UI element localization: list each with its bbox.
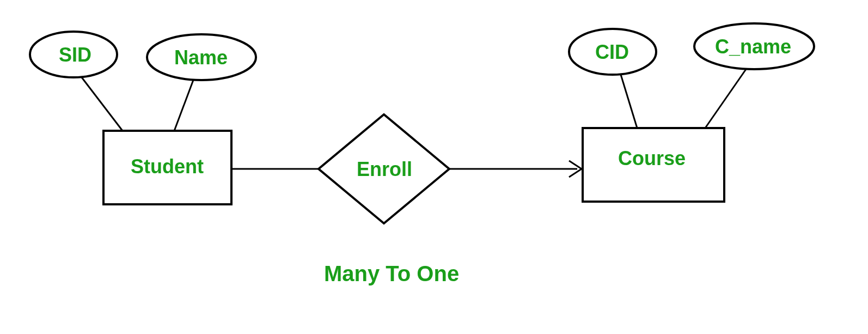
name-connector [174,80,193,131]
cname-label: C_name [715,35,791,58]
sid-label: SID [59,44,91,66]
cid-label: CID [595,41,629,64]
sid-connector [82,77,123,131]
cardinality-caption: Many To One [324,262,459,286]
course-label: Course [618,147,686,170]
enroll-label: Enroll [357,158,412,181]
name-label: Name [174,46,228,69]
cid-connector [621,75,637,128]
student-label: Student [131,155,204,178]
cname-connector [705,69,746,128]
